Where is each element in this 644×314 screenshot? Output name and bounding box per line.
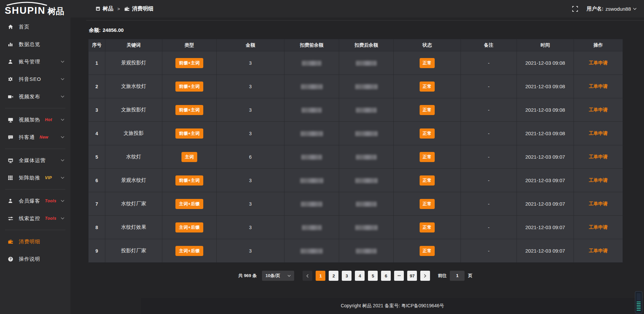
page-size-value: 10条/页 [265, 273, 280, 279]
page-button-3[interactable]: 3 [342, 271, 352, 281]
work-order-link[interactable]: 工单申请 [589, 107, 608, 112]
cell-keyword: 文旅投影灯 [105, 98, 162, 122]
member-icon [7, 198, 13, 204]
cell-type: 前缀+主词 [162, 51, 217, 75]
page-footer: Copyright 树品 2021 备案号: 粤ICP备09019646号 [141, 298, 644, 314]
sidebar-item-consume-detail[interactable]: 消费明细 [0, 233, 70, 250]
user-icon [7, 59, 13, 65]
sidebar-item-clue-monitor[interactable]: 线索监控Tools [0, 210, 70, 227]
sidebar-item-data-overview[interactable]: 数据总览 [0, 36, 70, 53]
work-order-link[interactable]: 工单申请 [589, 60, 608, 65]
cell-time: 2021-12-03 09:07 [517, 216, 574, 239]
cell-balance-before [284, 239, 339, 263]
page-button-1[interactable]: 1 [316, 271, 325, 281]
type-badge: 前缀+主词 [175, 105, 203, 115]
cell-index: 1 [89, 51, 105, 75]
work-order-link[interactable]: 工单申请 [589, 84, 608, 89]
cell-balance-before [284, 98, 339, 122]
work-order-link[interactable]: 工单申请 [589, 224, 608, 230]
work-order-link[interactable]: 工单申请 [589, 177, 608, 183]
cell-keyword: 文旅水纹灯 [105, 75, 162, 98]
copyright-text: Copyright 树品 2021 备案号: 粤ICP备09019646号 [341, 303, 444, 309]
cell-time: 2021-12-03 09:07 [517, 169, 574, 192]
page-button-6[interactable]: 6 [381, 271, 391, 281]
column-header: 状态 [394, 39, 461, 51]
app-logo[interactable]: SHUPIN 树品 [0, 0, 70, 17]
sidebar-item-member-burst[interactable]: 会员爆客Tools [0, 192, 70, 210]
table-row: 3文旅投影灯前缀+主词3正常-2021-12-03 09:08工单申请 [89, 98, 623, 122]
cell-time: 2021-12-03 09:07 [517, 192, 574, 216]
cell-keyword: 水纹灯厂家 [105, 192, 162, 216]
chevron-down-icon [61, 136, 64, 139]
sidebar-item-label: 账号管理 [19, 59, 40, 65]
page-size-select[interactable]: 10条/页 [262, 271, 294, 281]
chevron-down-icon [61, 78, 64, 81]
masked-balance-after [355, 131, 378, 136]
prev-page-button[interactable] [303, 271, 312, 281]
cell-amount: 3 [217, 216, 284, 239]
work-order-link[interactable]: 工单申请 [589, 201, 608, 206]
masked-balance-before [302, 108, 322, 113]
sidebar-item-video-heat[interactable]: 视频加热Hot [0, 111, 70, 128]
table-row: 5水纹灯主词6正常-2021-12-03 09:07工单申请 [89, 145, 623, 169]
page-button-97[interactable]: 97 [407, 271, 417, 281]
cell-index: 3 [89, 98, 105, 122]
sidebar-divider [5, 108, 65, 108]
sidebar-divider [5, 189, 65, 190]
cell-amount: 3 [217, 98, 284, 122]
column-header: 金额 [217, 39, 284, 51]
page-ellipsis-button[interactable]: ••• [394, 271, 404, 281]
sidebar-item-media-operation[interactable]: 全媒体运营 [0, 152, 70, 169]
cell-keyword: 水纹灯效果 [105, 216, 162, 239]
masked-balance-after [356, 61, 377, 66]
sidebar-item-help[interactable]: ?操作说明 [0, 250, 70, 268]
page-button-2[interactable]: 2 [329, 271, 338, 281]
breadcrumb-current-label: 消费明细 [132, 5, 154, 12]
goto-page-input[interactable]: 1 [450, 271, 465, 281]
screen-icon [7, 117, 13, 123]
sidebar-item-home[interactable]: 首页 [0, 18, 70, 36]
floating-widget[interactable] [635, 291, 642, 313]
cell-action: 工单申请 [574, 239, 623, 263]
cell-index: 7 [89, 192, 105, 216]
sidebar-item-account-manage[interactable]: 账号管理 [0, 53, 70, 70]
sidebar-item-matrix-boost[interactable]: 矩阵助推VIP [0, 169, 70, 187]
sidebar-item-douketong[interactable]: 抖客通New [0, 128, 70, 146]
breadcrumb-current[interactable]: 消费明细 [124, 5, 154, 12]
cell-action: 工单申请 [574, 192, 623, 216]
page-button-4[interactable]: 4 [355, 271, 365, 281]
work-order-link[interactable]: 工单申请 [589, 248, 608, 253]
sidebar-item-video-publish[interactable]: 视频发布 [0, 88, 70, 105]
monitor-icon [7, 157, 13, 163]
cell-action: 工单申请 [574, 98, 623, 122]
cell-time: 2021-12-03 09:07 [517, 239, 574, 263]
user-menu[interactable]: 用户名: zswodun88 [587, 6, 637, 12]
logo-latin-text: SHUPIN [5, 6, 46, 15]
next-page-button[interactable] [420, 271, 430, 281]
cell-amount: 6 [217, 145, 284, 169]
cell-index: 4 [89, 122, 105, 145]
chevron-down-icon [61, 200, 64, 202]
masked-balance-before [301, 131, 323, 136]
cell-status: 正常 [394, 98, 461, 122]
masked-balance-before [300, 178, 323, 183]
sidebar-item-label: 视频发布 [19, 94, 40, 100]
cell-amount: 3 [217, 51, 284, 75]
column-header: 扣费后余额 [339, 39, 394, 51]
sidebar-item-label: 全媒体运营 [19, 157, 46, 164]
work-order-link[interactable]: 工单申请 [589, 130, 608, 136]
cell-keyword: 景观投影灯 [105, 51, 162, 75]
page-button-5[interactable]: 5 [368, 271, 378, 281]
cell-balance-after [339, 216, 394, 239]
sidebar-item-douyin-seo[interactable]: 抖音SEO [0, 70, 70, 88]
fullscreen-icon[interactable] [572, 6, 578, 12]
cell-balance-after [339, 98, 394, 122]
work-order-link[interactable]: 工单申请 [589, 154, 608, 159]
cell-type: 主词+后缀 [162, 216, 217, 239]
breadcrumb-root[interactable]: 树品 [96, 5, 113, 12]
sidebar-item-label: 消费明细 [19, 239, 40, 245]
sidebar-item-label: 数据总览 [19, 41, 40, 48]
cell-time: 2021-12-03 09:08 [517, 98, 574, 122]
cell-keyword: 水纹灯 [105, 145, 162, 169]
cell-keyword: 投影灯厂家 [105, 239, 162, 263]
